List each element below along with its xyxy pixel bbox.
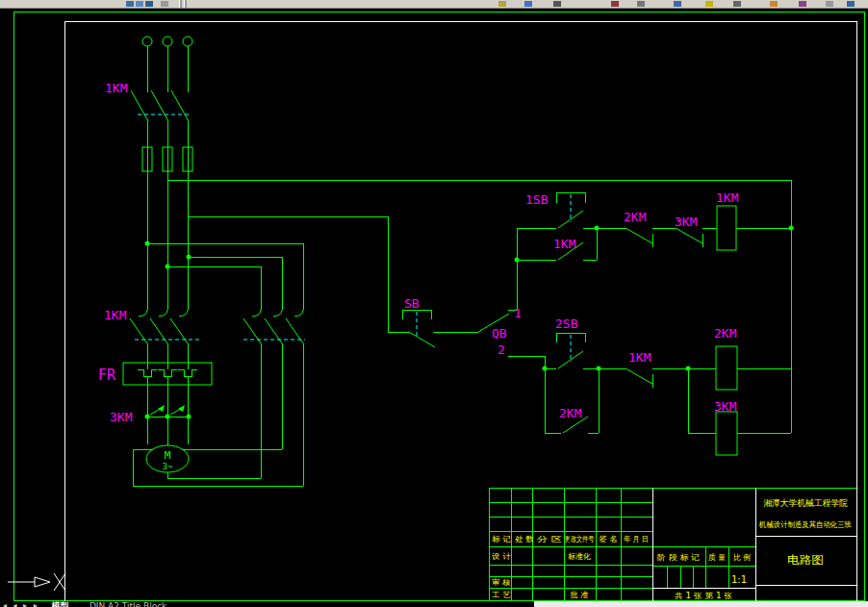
tb-count: 处 数: [515, 535, 534, 544]
label-qb-pos1: 1: [514, 306, 522, 320]
toolbar-icon-fragment[interactable]: [136, 1, 143, 7]
component-labels: 1KM 1KM FR 3KM SB QB 1 2 1SB 1KM 2KM 3KM…: [98, 81, 739, 424]
label-brake-3km: 3KM: [110, 410, 133, 424]
junction-dots: [145, 226, 794, 419]
tb-standardization: 标准化: [568, 552, 591, 561]
toolbar-icon-fragment[interactable]: [524, 1, 532, 7]
toolbar-icon-fragment[interactable]: [161, 1, 168, 7]
toolbar-icon-fragment[interactable]: [126, 1, 134, 7]
label-interlock-3km: 3KM: [675, 215, 698, 229]
label-start-2sb: 2SB: [555, 316, 578, 331]
label-thermal-relay-fr: FR: [98, 367, 116, 384]
tb-process: 工 艺: [492, 591, 511, 599]
crosshair-cursor: [54, 573, 65, 591]
tb-scale: 比 例: [733, 553, 751, 562]
label-seal-1km: 1KM: [553, 237, 576, 251]
tb-drawing-title: 电路图: [787, 553, 824, 567]
toolbar-icon-fragment[interactable]: [733, 1, 741, 7]
tb-zone: 分 区: [537, 535, 562, 544]
label-interlock-2km: 2KM: [624, 210, 647, 224]
motor-letter: M: [165, 449, 171, 462]
tb-signature: 签 名: [600, 535, 618, 544]
tab-nav-buttons[interactable]: ◂ ◂ ▸ ▸: [0, 601, 39, 607]
toolbar-icon-fragment[interactable]: [826, 1, 833, 7]
label-stop-sb: SB: [404, 296, 420, 311]
3km-blade-arrows: [158, 405, 185, 412]
label-coil-2km: 2KM: [714, 326, 737, 341]
drawing-frame: [13, 12, 864, 600]
tb-weight: 质 量: [708, 553, 726, 562]
tb-mark: 标 记: [492, 535, 511, 544]
label-coil-1km: 1KM: [716, 190, 739, 205]
label-contactor-1km: 1KM: [104, 308, 127, 322]
tab-layout-din-a2[interactable]: DIN A2 Title Block: [82, 601, 174, 607]
power-circuit-wires: [123, 37, 791, 486]
tab-bar-filler: [534, 601, 868, 607]
tb-stage-mark: 阶 段 标 记: [657, 553, 700, 562]
toolbar-icon-fragment[interactable]: [498, 1, 506, 7]
toolbar-icon-fragment[interactable]: [637, 1, 645, 7]
tab-model[interactable]: 模型: [44, 601, 77, 607]
control-circuit-wires: [388, 180, 791, 455]
toolbar-icon-fragment[interactable]: [770, 1, 778, 7]
label-interlock-1km: 1KM: [628, 350, 651, 365]
paper-border: [64, 21, 856, 601]
label-selector-qb: QB: [492, 326, 507, 341]
motor-phase-label: 3~: [163, 462, 173, 471]
toolbar-icon-fragment[interactable]: [611, 1, 619, 7]
toolbar-icon-fragment[interactable]: [705, 1, 713, 7]
toolbar-icon-fragment[interactable]: [553, 1, 561, 7]
toolbar-icon-fragment[interactable]: [799, 1, 806, 7]
tb-approve: 批 准: [571, 591, 589, 599]
toolbar-icon-fragment[interactable]: [674, 1, 681, 7]
tb-sheet-info: 共 1 张 第 1 张: [675, 592, 732, 600]
label-breaker-1km: 1KM: [105, 81, 128, 95]
linkage-dashes: [135, 114, 571, 361]
tb-design: 设 计: [492, 552, 511, 561]
ucs-icon: [8, 577, 50, 587]
drawing-canvas[interactable]: 1KM 1KM FR 3KM SB QB 1 2 1SB 1KM 2KM 3KM…: [0, 0, 868, 607]
tb-date: 年 月 日: [624, 535, 649, 544]
toolbar-grip[interactable]: [179, 0, 182, 8]
app-toolbar[interactable]: [0, 0, 868, 9]
tb-school: 湘潭大学机械工程学院: [763, 498, 848, 508]
toolbar-grip[interactable]: [184, 0, 187, 8]
label-start-1sb: 1SB: [525, 192, 549, 207]
layout-tab-bar[interactable]: ◂ ◂ ▸ ▸ 模型 DIN A2 Title Block: [0, 601, 868, 607]
tb-change-file: 更改文件号: [565, 535, 595, 544]
motor-symbol-text: M 3~: [163, 449, 173, 471]
label-coil-3km: 3KM: [714, 399, 737, 414]
toolbar-icon-fragment[interactable]: [847, 1, 855, 7]
toolbar-icon-fragment[interactable]: [145, 1, 153, 7]
tb-class: 机械设计制造及其自动化三班: [758, 520, 852, 529]
label-qb-pos2: 2: [498, 342, 505, 357]
tb-scale-value: 1:1: [731, 574, 747, 585]
tb-review: 审 核: [492, 578, 511, 587]
label-seal-2km: 2KM: [559, 406, 582, 420]
